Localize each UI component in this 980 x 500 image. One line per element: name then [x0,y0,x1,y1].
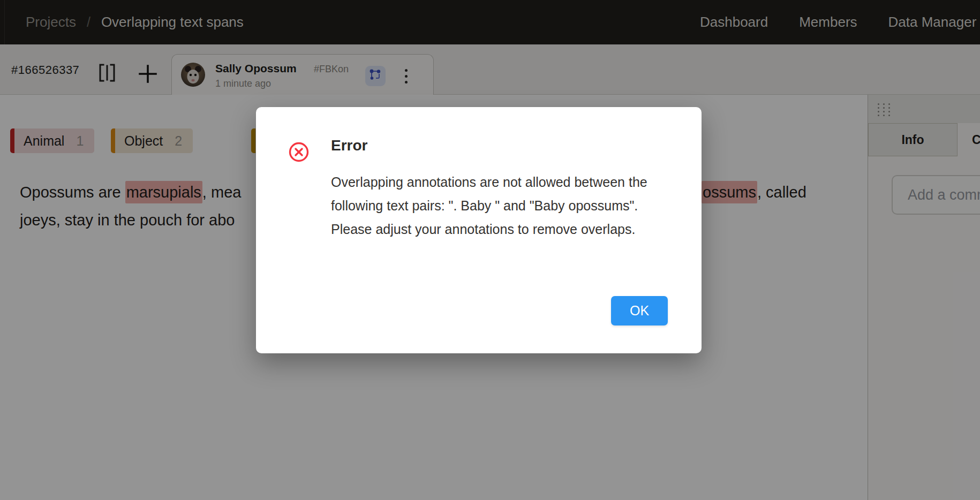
ok-button[interactable]: OK [611,296,668,325]
modal-message: Overlapping annotations are not allowed … [331,170,674,241]
error-circle-icon [288,141,310,163]
error-modal: Error Overlapping annotations are not al… [256,107,702,353]
modal-title: Error [331,137,367,154]
app-root: Projects / Overlapping text spans Dashbo… [0,0,980,500]
